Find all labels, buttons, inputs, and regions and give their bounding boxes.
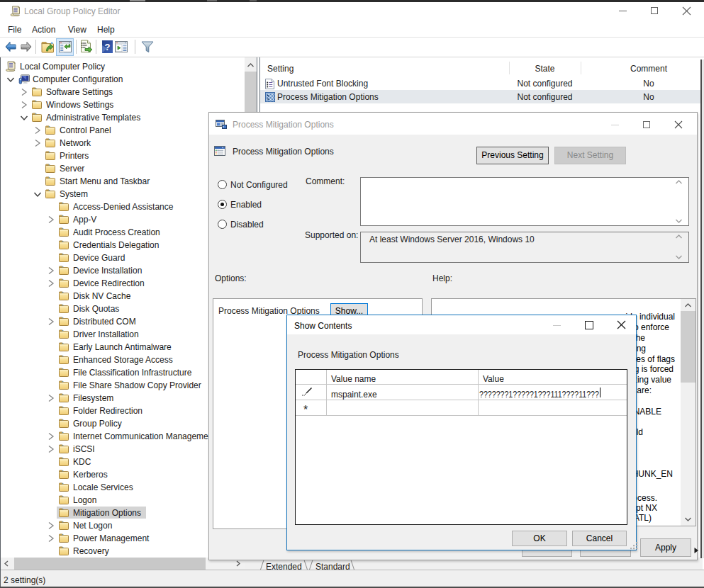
svg-text:?: ?: [105, 42, 111, 52]
